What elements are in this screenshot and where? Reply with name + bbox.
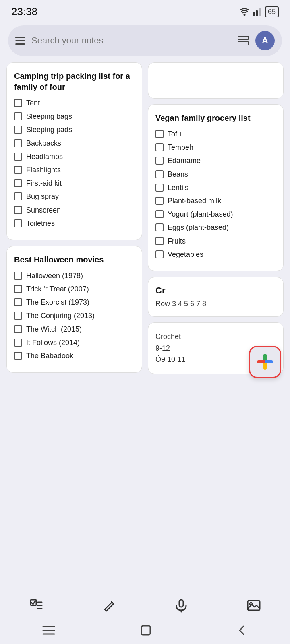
camping-note-title: Camping trip packing list for a family o… (14, 71, 135, 93)
list-item: Vegetables (155, 250, 276, 260)
checkbox[interactable] (14, 352, 22, 360)
svg-rect-2 (256, 10, 258, 16)
nav-back-button[interactable] (236, 625, 248, 636)
image-toolbar-button[interactable] (246, 597, 262, 613)
list-item: Eggs (plant-based) (155, 223, 276, 233)
wifi-icon (239, 8, 250, 16)
checkbox[interactable] (14, 219, 22, 227)
empty-note[interactable] (148, 62, 284, 99)
vegan-checklist: Tofu Tempeh Edamame Beans Lentils Plant-… (155, 129, 276, 260)
nav-bar (0, 619, 290, 644)
checkbox[interactable] (14, 192, 22, 200)
list-item: First-aid kit (14, 178, 135, 188)
list-item: Flashlights (14, 165, 135, 175)
checkbox[interactable] (155, 130, 164, 138)
checkbox[interactable] (155, 143, 164, 151)
camping-note[interactable]: Camping trip packing list for a family o… (6, 62, 142, 240)
checkbox[interactable] (14, 325, 22, 333)
list-item: The Exorcist (1973) (14, 297, 135, 308)
hamburger-icon[interactable] (15, 37, 25, 45)
svg-point-0 (243, 14, 245, 16)
pen-toolbar-button[interactable] (101, 597, 117, 613)
checkbox[interactable] (14, 206, 22, 214)
checkbox[interactable] (14, 179, 22, 187)
list-item: The Babadook (14, 351, 135, 361)
svg-rect-15 (141, 626, 150, 635)
list-item: Tempeh (155, 142, 276, 153)
checkbox[interactable] (14, 112, 22, 120)
cr-note-text: Row 3 4 5 6 7 8 (155, 300, 276, 308)
status-time: 23:38 (11, 6, 37, 18)
checkbox[interactable] (14, 126, 22, 134)
list-item: Sleeping pads (14, 125, 135, 135)
checkbox[interactable] (155, 223, 164, 231)
list-item: Fruits (155, 236, 276, 246)
svg-rect-8 (179, 600, 183, 607)
list-item: Bug spray (14, 192, 135, 202)
list-item: Sleeping bags (14, 111, 135, 122)
nav-menu-button[interactable] (42, 625, 55, 636)
avatar[interactable]: A (255, 31, 275, 50)
vegan-note[interactable]: Vegan family grocery list Tofu Tempeh Ed… (148, 104, 284, 271)
mic-toolbar-button[interactable] (173, 597, 189, 613)
checkbox[interactable] (155, 197, 164, 205)
checkbox[interactable] (155, 157, 164, 165)
list-item: It Follows (2014) (14, 338, 135, 348)
halloween-note[interactable]: Best Halloween movies Halloween (1978) T… (6, 246, 142, 373)
list-item: Lentils (155, 183, 276, 193)
checkbox[interactable] (14, 312, 22, 320)
list-item: The Conjuring (2013) (14, 311, 135, 321)
list-item: Backpacks (14, 138, 135, 149)
right-column: Vegan family grocery list Tofu Tempeh Ed… (148, 62, 284, 566)
checkbox[interactable] (155, 210, 164, 218)
halloween-note-title: Best Halloween movies (14, 254, 135, 265)
status-bar: 23:38 65 (0, 0, 290, 21)
list-item: Sunscreen (14, 205, 135, 215)
checkbox[interactable] (14, 298, 22, 306)
checkbox[interactable] (155, 237, 164, 245)
cr-note-title: Cr (155, 285, 276, 296)
svg-rect-3 (259, 8, 261, 16)
svg-rect-10 (248, 601, 260, 610)
list-item: Toiletries (14, 219, 135, 229)
list-item: Beans (155, 169, 276, 180)
view-toggle-icon[interactable] (238, 36, 249, 45)
crochet-fab-container: Crochet9-12Ó9 10 11 (148, 322, 284, 374)
bottom-toolbar (0, 590, 290, 619)
nav-home-button[interactable] (140, 625, 151, 636)
list-item: Trick 'r Treat (2007) (14, 284, 135, 294)
checkbox[interactable] (155, 250, 164, 258)
signal-icon (253, 8, 262, 16)
list-item: Tent (14, 98, 135, 108)
search-input[interactable]: Search your notes (31, 35, 231, 46)
list-item: Tofu (155, 129, 276, 139)
camping-checklist: Tent Sleeping bags Sleeping pads Backpac… (14, 98, 135, 229)
plus-icon (257, 354, 273, 370)
list-item: Plant-based milk (155, 196, 276, 206)
cr-note[interactable]: Cr Row 3 4 5 6 7 8 (148, 277, 284, 317)
notes-grid: Camping trip packing list for a family o… (0, 62, 290, 566)
search-bar[interactable]: Search your notes A (8, 25, 282, 56)
status-icons: 65 (239, 6, 279, 17)
list-item: Headlamps (14, 152, 135, 162)
checkbox[interactable] (14, 139, 22, 147)
checkbox[interactable] (14, 153, 22, 161)
left-column: Camping trip packing list for a family o… (6, 62, 142, 566)
checkbox[interactable] (14, 285, 22, 293)
checklist-toolbar-button[interactable] (28, 597, 44, 613)
battery-icon: 65 (265, 6, 279, 17)
vegan-note-title: Vegan family grocery list (155, 113, 276, 124)
new-note-fab[interactable] (249, 346, 281, 378)
checkbox[interactable] (14, 339, 22, 347)
checkbox[interactable] (155, 170, 164, 178)
list-item: Edamame (155, 156, 276, 166)
halloween-checklist: Halloween (1978) Trick 'r Treat (2007) T… (14, 271, 135, 361)
checkbox[interactable] (155, 184, 164, 192)
svg-rect-1 (253, 12, 255, 16)
checkbox[interactable] (14, 99, 22, 107)
checkbox[interactable] (14, 166, 22, 174)
list-item: Yogurt (plant-based) (155, 209, 276, 219)
list-item: The Witch (2015) (14, 324, 135, 334)
list-item: Halloween (1978) (14, 271, 135, 281)
checkbox[interactable] (14, 272, 22, 280)
